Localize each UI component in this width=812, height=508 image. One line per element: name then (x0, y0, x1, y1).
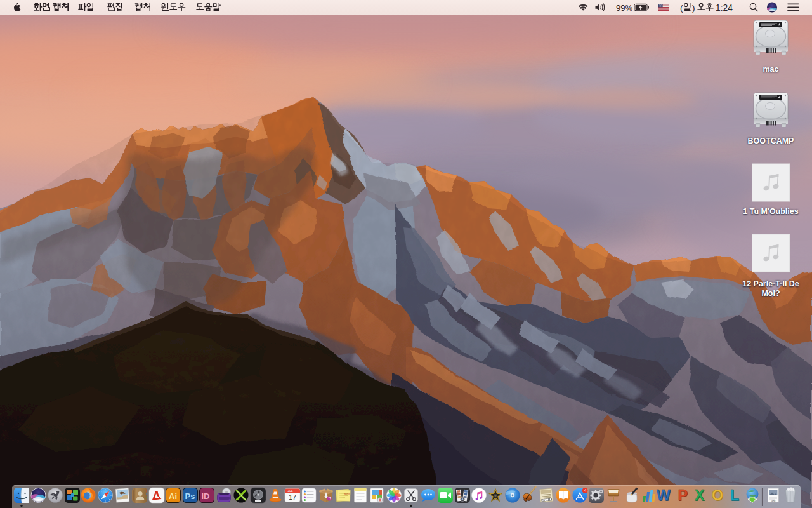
svg-text:Ps: Ps (185, 491, 195, 501)
svg-text:Mgm: Mgm (344, 492, 351, 495)
svg-text:O: O (712, 487, 723, 504)
svg-text:ID: ID (202, 491, 210, 501)
svg-text:L: L (730, 487, 739, 504)
svg-text:X: X (695, 487, 705, 504)
svg-text:JUL: JUL (288, 490, 293, 493)
svg-text:JPG: JPG (772, 500, 775, 502)
svg-text:17: 17 (289, 493, 296, 501)
svg-text:W: W (657, 487, 671, 504)
svg-text:P: P (678, 487, 688, 504)
svg-text:4: 4 (584, 488, 587, 493)
svg-text:Ai: Ai (169, 491, 177, 501)
